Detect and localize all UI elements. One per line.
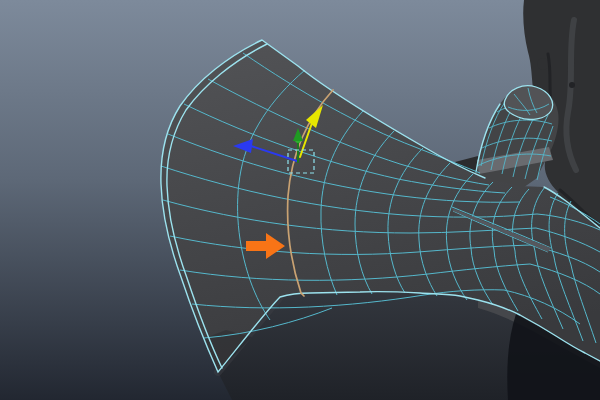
viewport-canvas[interactable] [0, 0, 600, 400]
background-object-bump [537, 58, 549, 70]
background-object-dimple [569, 82, 575, 88]
viewport-3d[interactable] [0, 0, 600, 400]
